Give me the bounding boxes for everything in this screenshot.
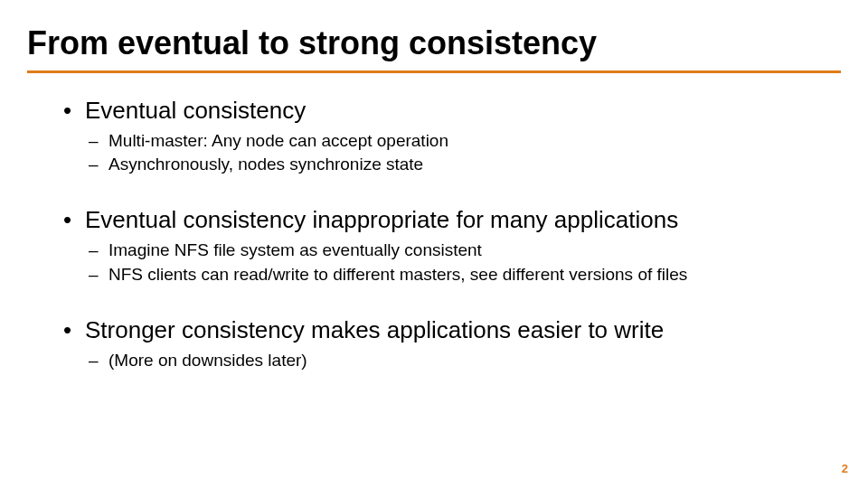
slide: From eventual to strong consistency • Ev… [0, 0, 868, 488]
bullet-level2: – Asynchronously, nodes synchronize stat… [63, 154, 832, 175]
bullet-dot-icon: • [63, 316, 85, 344]
bullet-dash-icon: – [89, 239, 108, 261]
bullet-group: • Stronger consistency makes application… [63, 316, 832, 371]
slide-content: • Eventual consistency – Multi-master: A… [27, 97, 841, 372]
bullet-dash-icon: – [89, 264, 108, 286]
bullet-dash-icon: – [89, 130, 108, 152]
bullet-text: Imagine NFS file system as eventually co… [108, 239, 482, 261]
bullet-text: Eventual consistency [85, 97, 306, 125]
bullet-group: • Eventual consistency inappropriate for… [63, 206, 832, 286]
bullet-level2: – (More on downsides later) [63, 350, 832, 371]
bullet-text: Asynchronously, nodes synchronize state [108, 154, 423, 175]
slide-title: From eventual to strong consistency [27, 25, 841, 61]
bullet-level1: • Eventual consistency [63, 97, 832, 125]
bullet-dot-icon: • [63, 206, 85, 234]
bullet-dash-icon: – [89, 154, 108, 175]
bullet-level2: – Imagine NFS file system as eventually … [63, 239, 832, 261]
bullet-dot-icon: • [63, 97, 85, 125]
bullet-text: NFS clients can read/write to different … [108, 264, 687, 286]
bullet-text: (More on downsides later) [108, 350, 307, 371]
title-divider [27, 70, 841, 73]
bullet-text: Stronger consistency makes applications … [85, 316, 664, 344]
bullet-dash-icon: – [89, 350, 108, 371]
bullet-group: • Eventual consistency – Multi-master: A… [63, 97, 832, 176]
bullet-text: Multi-master: Any node can accept operat… [108, 130, 448, 152]
bullet-level1: • Eventual consistency inappropriate for… [63, 206, 832, 234]
bullet-text: Eventual consistency inappropriate for m… [85, 206, 678, 234]
bullet-level1: • Stronger consistency makes application… [63, 316, 832, 344]
bullet-level2: – NFS clients can read/write to differen… [63, 264, 832, 286]
page-number: 2 [842, 462, 848, 475]
bullet-level2: – Multi-master: Any node can accept oper… [63, 130, 832, 152]
